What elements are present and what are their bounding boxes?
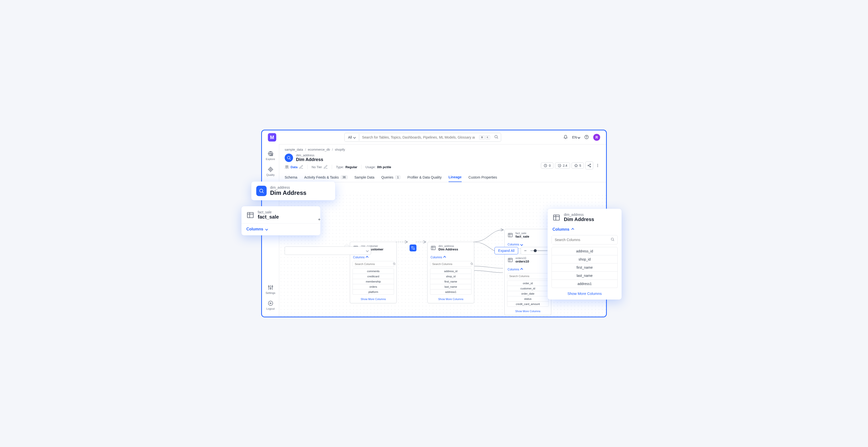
owner-field[interactable]: Data [285,165,303,169]
add-downstream-button[interactable]: + [318,217,322,221]
svg-point-12 [287,166,288,167]
nav-explore[interactable]: Explore [262,148,279,163]
chevron-up-icon [520,268,523,271]
chevron-down-icon [353,136,356,139]
svg-rect-29 [508,258,513,262]
tab-activity[interactable]: Activity Feeds & Tasks36 [304,173,347,182]
entity-display-name: Dim Address [296,157,323,162]
nav-logout[interactable]: Logout [262,298,279,312]
breadcrumb-item[interactable]: shopify [335,148,345,151]
search-scope-selector[interactable]: All [345,134,359,141]
search-icon[interactable] [468,262,475,266]
show-more-columns[interactable]: Show More Columns [548,288,622,296]
usage-field: Usage: 0th pctile [365,165,391,169]
help-icon[interactable] [584,135,589,140]
tab-schema[interactable]: Schema [285,173,297,182]
column-search-input[interactable] [430,261,468,267]
column-item[interactable]: shop_id [430,274,471,279]
stat-runs[interactable]: 0 [541,162,553,169]
svg-point-27 [471,263,472,265]
svg-point-19 [597,167,598,167]
svg-point-5 [270,169,271,170]
columns-toggle[interactable]: Columns [548,225,622,234]
show-more-columns[interactable]: Show More Columns [350,297,397,303]
column-item[interactable]: membership [352,279,394,284]
zoom-slider[interactable] [530,250,548,251]
tab-profiler[interactable]: Profiler & Data Quality [407,173,442,182]
column-item[interactable]: address1 [552,280,618,288]
column-search-input[interactable] [353,261,391,267]
chevron-down-icon [520,243,523,246]
callout-fact-sale-node[interactable]: + fact_sale fact_sale Columns [242,206,320,235]
column-item[interactable]: credit_card_amount [507,302,549,307]
app-logo[interactable]: M [268,133,276,142]
svg-point-1 [585,135,589,139]
column-item[interactable]: address_id [430,268,471,274]
notifications-icon[interactable] [563,135,568,140]
svg-point-11 [286,166,287,167]
column-search-input[interactable] [507,273,545,279]
breadcrumb-item[interactable]: sample_data [285,148,303,151]
zoom-out-button[interactable]: − [523,248,528,254]
column-item[interactable]: address_id [552,247,618,256]
column-item[interactable]: comments [352,268,394,274]
column-item[interactable]: orders [352,284,394,290]
type-field: Type: Regular [336,165,357,169]
column-item[interactable]: shop_id [552,256,618,264]
language-selector[interactable]: EN [572,135,580,139]
stat-star[interactable]: 5 [571,162,584,169]
svg-point-2 [587,138,587,138]
lineage-filter-dropdown[interactable] [285,246,371,255]
show-more-columns[interactable]: Show More Columns [428,297,474,303]
callout-dim-address-header: dim_address Dim Address [251,181,335,200]
breadcrumb: sample_data / ecommerce_db / shopify [279,144,606,151]
stat-time[interactable]: 2.4 [555,162,570,169]
share-button[interactable] [585,161,593,170]
column-item[interactable]: last_name [552,272,618,280]
search-input[interactable] [359,133,478,141]
column-item[interactable]: platform [352,290,394,295]
more-menu[interactable] [595,161,601,170]
svg-rect-32 [247,212,253,217]
column-item[interactable]: order_date [507,291,549,296]
table-icon [507,232,513,238]
search-icon[interactable] [492,133,501,142]
entity-type-icon [256,186,267,196]
column-item[interactable]: order_id [507,280,549,286]
tab-custom-properties[interactable]: Custom Properties [469,173,497,182]
table-icon [507,257,513,263]
user-avatar[interactable]: R [593,134,600,141]
column-item[interactable]: first_name [552,264,618,272]
table-icon [553,214,560,221]
lineage-node-fact-sale[interactable]: fact_sale fact_sale Columns [504,229,551,248]
chevron-up-icon [366,256,369,259]
tab-lineage[interactable]: Lineage [448,173,462,182]
svg-rect-28 [508,233,513,237]
tab-queries[interactable]: Queries1 [381,173,400,182]
expand-all-button[interactable]: Expand All [494,247,518,255]
breadcrumb-item[interactable]: ecommerce_db [308,148,330,151]
search-icon[interactable] [391,262,398,266]
nav-quality[interactable]: Quality [262,164,279,179]
svg-point-34 [611,238,614,240]
column-item[interactable]: last_name [430,284,471,290]
column-item[interactable]: customer_id [507,286,549,291]
chevron-down-icon [578,136,580,139]
callout-dim-address-columns[interactable]: dim_address Dim Address Columns address_… [548,209,622,300]
column-item[interactable]: address1 [430,290,471,295]
tier-field[interactable]: No Tier [312,165,328,169]
show-more-columns[interactable]: Show More Columns [505,309,551,315]
column-item[interactable]: first_name [430,279,471,284]
column-item[interactable]: status [507,296,549,302]
column-item[interactable]: creditcard [352,274,394,279]
nav-settings[interactable]: Settings [262,282,279,297]
svg-point-23 [393,263,395,265]
table-icon [246,211,254,219]
column-search-input[interactable] [552,235,608,244]
svg-point-17 [597,164,598,165]
lineage-node-orders10[interactable]: orders10 orders10 Columns order_id [504,254,551,316]
tab-sample-data[interactable]: Sample Data [354,173,374,182]
search-icon[interactable] [608,237,617,242]
columns-toggle[interactable]: Columns [505,266,551,273]
columns-toggle[interactable]: Columns [242,223,320,235]
